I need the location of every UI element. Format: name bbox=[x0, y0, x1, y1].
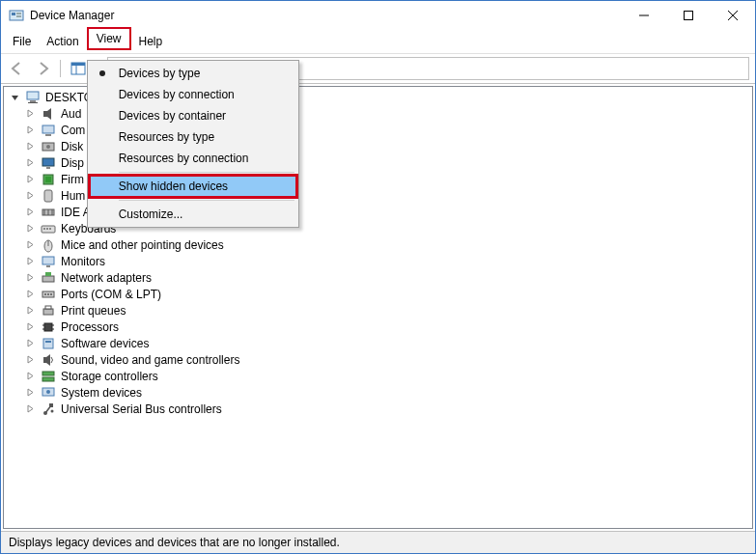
dd-label: Show hidden devices bbox=[115, 180, 228, 193]
usb-icon bbox=[41, 402, 56, 417]
svg-rect-5 bbox=[685, 12, 693, 20]
expander-closed-icon[interactable] bbox=[25, 174, 36, 184]
tree-category-system[interactable]: System devices bbox=[8, 384, 748, 401]
menu-view-wrap: View Devices by type Devices by connecti… bbox=[87, 32, 131, 51]
svg-rect-20 bbox=[46, 167, 50, 169]
toolbar-back-button[interactable] bbox=[7, 58, 28, 79]
expander-closed-icon[interactable] bbox=[25, 141, 36, 152]
expander-closed-icon[interactable] bbox=[25, 125, 36, 135]
expander-closed-icon[interactable] bbox=[25, 321, 36, 332]
dropdown-separator bbox=[119, 200, 294, 201]
svg-rect-52 bbox=[42, 372, 54, 375]
svg-point-41 bbox=[50, 293, 52, 295]
dd-show-hidden-devices[interactable]: Show hidden devices bbox=[90, 176, 296, 197]
tree-category-monitor[interactable]: Monitors bbox=[8, 253, 748, 269]
svg-rect-34 bbox=[42, 257, 54, 264]
window-controls bbox=[622, 1, 755, 30]
menu-file[interactable]: File bbox=[5, 32, 39, 51]
minimize-button[interactable] bbox=[622, 1, 666, 30]
panel-icon bbox=[70, 61, 86, 76]
expander-closed-icon[interactable] bbox=[25, 338, 36, 348]
menu-action[interactable]: Action bbox=[39, 32, 86, 51]
dd-customize[interactable]: Customize... bbox=[90, 204, 296, 225]
node-label: Firm bbox=[61, 173, 84, 186]
dd-label: Resources by connection bbox=[115, 152, 249, 165]
toolbar-showhide-button[interactable] bbox=[68, 58, 89, 79]
menubar: File Action View Devices by type Devices… bbox=[1, 30, 755, 54]
expander-closed-icon[interactable] bbox=[25, 387, 36, 398]
expander-closed-icon[interactable] bbox=[25, 223, 36, 234]
node-label: Print queues bbox=[61, 304, 126, 318]
menu-view[interactable]: View bbox=[87, 27, 131, 50]
device-manager-window: Device Manager File Action View Devices … bbox=[0, 0, 756, 554]
window-title: Device Manager bbox=[30, 9, 114, 22]
node-label: Disp bbox=[61, 156, 84, 170]
tree-category-sound[interactable]: Sound, video and game controllers bbox=[8, 351, 748, 368]
svg-rect-42 bbox=[43, 309, 53, 315]
tree-category-mouse[interactable]: Mice and other pointing devices bbox=[8, 236, 748, 253]
svg-rect-31 bbox=[49, 228, 51, 230]
node-label: Mice and other pointing devices bbox=[61, 238, 224, 252]
svg-rect-29 bbox=[43, 228, 45, 230]
dd-label: Customize... bbox=[115, 208, 183, 221]
software-icon bbox=[41, 336, 56, 351]
computer-icon bbox=[41, 123, 56, 138]
dd-label: Devices by connection bbox=[115, 88, 235, 101]
expander-closed-icon[interactable] bbox=[25, 403, 36, 414]
expander-closed-icon[interactable] bbox=[25, 190, 36, 201]
expander-closed-icon[interactable] bbox=[25, 207, 36, 217]
node-label: Ports (COM & LPT) bbox=[61, 288, 161, 301]
svg-rect-30 bbox=[46, 228, 48, 230]
expander-closed-icon[interactable] bbox=[25, 239, 36, 250]
expander-closed-icon[interactable] bbox=[25, 371, 36, 381]
svg-point-18 bbox=[46, 145, 50, 149]
expander-closed-icon[interactable] bbox=[25, 256, 36, 266]
maximize-button[interactable] bbox=[666, 1, 711, 30]
monitor-icon bbox=[41, 254, 56, 269]
tree-category-software[interactable]: Software devices bbox=[8, 335, 748, 351]
expander-closed-icon[interactable] bbox=[25, 108, 36, 119]
dd-label: Resources by type bbox=[115, 130, 214, 144]
tree-category-processor[interactable]: Processors bbox=[8, 319, 748, 335]
dropdown-separator bbox=[119, 172, 294, 173]
storage-icon bbox=[41, 369, 56, 384]
svg-rect-14 bbox=[43, 111, 47, 117]
svg-rect-2 bbox=[16, 13, 21, 14]
svg-point-59 bbox=[51, 409, 54, 412]
tree-category-storage[interactable]: Storage controllers bbox=[8, 368, 748, 384]
svg-rect-15 bbox=[42, 125, 54, 133]
expander-closed-icon[interactable] bbox=[25, 157, 36, 168]
expander-closed-icon[interactable] bbox=[25, 305, 36, 316]
computer-icon bbox=[25, 90, 41, 105]
ide-icon bbox=[41, 205, 56, 220]
port-icon bbox=[41, 287, 56, 302]
dd-devices-by-type[interactable]: Devices by type bbox=[90, 63, 296, 84]
dd-resources-by-type[interactable]: Resources by type bbox=[90, 126, 296, 148]
dd-devices-by-container[interactable]: Devices by container bbox=[90, 105, 296, 126]
node-label: Aud bbox=[61, 107, 81, 121]
disk-icon bbox=[41, 139, 56, 154]
dd-resources-by-connection[interactable]: Resources by connection bbox=[90, 148, 296, 169]
expander-closed-icon[interactable] bbox=[25, 272, 36, 283]
close-button[interactable] bbox=[711, 1, 755, 30]
sound-icon bbox=[41, 352, 56, 368]
svg-rect-11 bbox=[27, 92, 39, 99]
processor-icon bbox=[41, 319, 56, 335]
expander-closed-icon[interactable] bbox=[25, 289, 36, 299]
expander-open-icon[interactable] bbox=[10, 92, 20, 102]
dd-devices-by-connection[interactable]: Devices by connection bbox=[90, 84, 296, 105]
node-label: Monitors bbox=[61, 255, 105, 268]
toolbar-forward-button[interactable] bbox=[32, 58, 53, 79]
svg-rect-37 bbox=[45, 272, 51, 276]
expander-closed-icon[interactable] bbox=[25, 354, 36, 365]
node-label: Network adapters bbox=[61, 271, 152, 285]
node-label: Processors bbox=[61, 320, 119, 334]
tree-category-port[interactable]: Ports (COM & LPT) bbox=[8, 286, 748, 302]
tree-category-network[interactable]: Network adapters bbox=[8, 269, 748, 286]
tree-category-usb[interactable]: Universal Serial Bus controllers bbox=[8, 401, 748, 417]
svg-point-40 bbox=[47, 293, 49, 295]
arrow-left-icon bbox=[10, 61, 25, 76]
menu-help[interactable]: Help bbox=[131, 32, 171, 51]
tree-category-printer[interactable]: Print queues bbox=[8, 302, 748, 319]
svg-rect-23 bbox=[44, 190, 52, 202]
